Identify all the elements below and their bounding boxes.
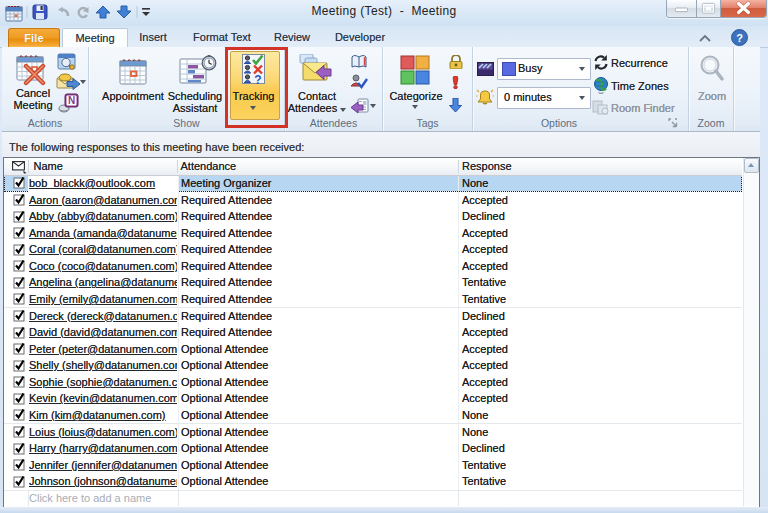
svg-text:?: ? <box>736 32 743 44</box>
svg-text:N: N <box>68 95 75 106</box>
